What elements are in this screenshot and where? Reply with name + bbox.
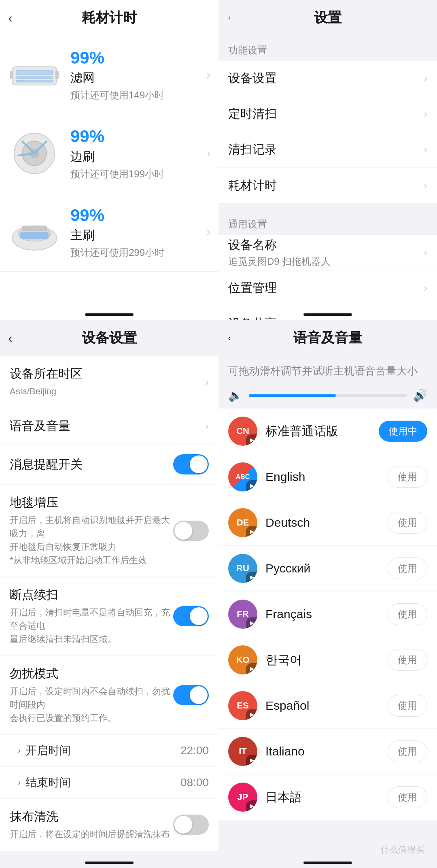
lang-icon-it: IT ▶ [228, 737, 257, 766]
lang-item-fr[interactable]: FR ▶ Français 使用 [218, 591, 437, 637]
settings-panel: ‹ 设置 功能设置 设备设置 › 定时清扫 › 清扫记录 › 耗材计时 › 通用… [218, 0, 437, 320]
lang-use-btn-ko[interactable]: 使用 [388, 649, 427, 671]
play-icon-ko: ▶ [246, 663, 257, 674]
main-brush-image [8, 208, 61, 256]
main-brush-name: 主刷 [70, 227, 207, 244]
device-settings-header: ‹ 设备设置 [0, 320, 218, 356]
voice-item[interactable]: 语音及音量 › [0, 408, 218, 445]
notification-item: 消息提醒开关 [0, 445, 218, 485]
lang-item-de[interactable]: DE ▶ Deutsch 使用 [218, 500, 437, 546]
lang-item-en[interactable]: ABC ▶ English 使用 [218, 454, 437, 500]
back-button[interactable]: ‹ [8, 11, 13, 26]
settings-item-location[interactable]: 位置管理 › [218, 270, 437, 306]
settings-item-name[interactable]: 设备名称 追觅灵图D9 扫拖机器人 › [218, 235, 437, 270]
start-time-item[interactable]: › 开启时间 22:00 [0, 735, 218, 767]
lang-code-de: DE [237, 517, 249, 528]
filter-info: 99% 滤网 预计还可使用149小时 [70, 48, 207, 102]
resume-item: 断点续扫 开启后，清扫时电量不足将自动回充，充至合适电量后继续清扫未清扫区域。 [0, 577, 218, 656]
voice-description: 可拖动滑杆调节并试听主机语音音量大小 [218, 356, 437, 382]
voice-back-button[interactable]: ‹ [228, 334, 230, 342]
svg-rect-15 [22, 226, 47, 231]
play-icon-ru: ▶ [246, 572, 257, 583]
side-brush-item[interactable]: 99% 边刷 预计还可使用199小时 › [0, 114, 218, 193]
device-settings-back[interactable]: ‹ [8, 331, 13, 346]
lang-use-btn-cn[interactable]: 使用中 [379, 421, 427, 442]
lang-item-jp[interactable]: JP ▶ 日本語 使用 [218, 774, 437, 820]
side-brush-image [8, 129, 61, 178]
resume-toggle[interactable] [173, 606, 209, 626]
settings-item-consumable[interactable]: 耗材计时 › [218, 168, 437, 203]
notification-toggle[interactable] [173, 454, 209, 474]
lang-name-es: Español [265, 699, 388, 713]
end-time-value: 08:00 [180, 776, 209, 789]
settings-arrow-device: › [424, 72, 427, 85]
device-settings-panel: ‹ 设备设置 设备所在时区 Asia/Beijing › 语音及音量 › [0, 320, 218, 868]
settings-header: ‹ 设置 [218, 0, 437, 36]
lang-item-it[interactable]: IT ▶ Italiano 使用 [218, 729, 437, 774]
settings-item-device[interactable]: 设备设置 › [218, 61, 437, 96]
volume-high-icon: 🔊 [413, 389, 427, 402]
device-settings-list: 设备所在时区 Asia/Beijing › 语音及音量 › 消息提醒开关 [0, 356, 218, 851]
lang-use-btn-fr[interactable]: 使用 [388, 603, 427, 625]
voice-title: 语音及音量 [293, 329, 362, 347]
settings-item-history[interactable]: 清扫记录 › [218, 132, 437, 168]
settings-label-share: 设备共享 [228, 315, 424, 320]
lang-use-btn-es[interactable]: 使用 [388, 695, 427, 717]
lang-name-ko: 한국어 [265, 652, 388, 668]
lang-use-btn-it[interactable]: 使用 [388, 740, 427, 762]
settings-item-schedule[interactable]: 定时清扫 › [218, 96, 437, 132]
dnd-label: 勿扰模式 [10, 666, 173, 682]
lang-use-btn-ru[interactable]: 使用 [388, 557, 427, 579]
lang-use-btn-en[interactable]: 使用 [388, 466, 427, 488]
function-section-header: 功能设置 [218, 36, 437, 61]
svg-rect-1 [16, 70, 53, 75]
lang-icon-jp: JP ▶ [228, 783, 257, 812]
timezone-item[interactable]: 设备所在时区 Asia/Beijing › [0, 356, 218, 408]
settings-back-button[interactable]: ‹ [228, 14, 230, 21]
main-brush-percent: 99% [70, 205, 207, 226]
carpet-desc: 开启后，主机将自动识别地毯并开启最大吸力，离开地毯后自动恢复正常吸力*从非地毯区… [10, 513, 173, 567]
dnd-toggle[interactable] [173, 685, 209, 705]
play-icon-en: ▶ [246, 480, 257, 491]
lang-item-ko[interactable]: KO ▶ 한국어 使用 [218, 637, 437, 683]
lang-name-fr: Français [265, 607, 388, 621]
voice-volume-panel: ‹ 语音及音量 可拖动滑杆调节并试听主机语音音量大小 🔈 🔊 CN ▶ 标准普通… [218, 320, 437, 868]
settings-item-share[interactable]: 设备共享 › [218, 306, 437, 320]
mop-desc: 开启后，将在设定的时间后提醒清洗抹布 [10, 828, 173, 841]
mop-toggle[interactable] [173, 815, 209, 835]
svg-rect-3 [16, 80, 53, 82]
carpet-toggle[interactable] [173, 521, 209, 541]
lang-name-cn: 标准普通话版 [265, 423, 379, 440]
end-time-label: 结束时间 [25, 775, 180, 790]
main-brush-item[interactable]: 99% 主刷 预计还可使用299小时 › [0, 193, 218, 272]
lang-icon-ru: RU ▶ [228, 554, 257, 583]
lang-code-ru: RU [236, 563, 249, 574]
lang-code-fr: FR [237, 609, 248, 619]
end-time-item[interactable]: › 结束时间 08:00 [0, 767, 218, 799]
lang-item-ru[interactable]: RU ▶ Русский 使用 [218, 546, 437, 591]
general-settings-list: 设备名称 追觅灵图D9 扫拖机器人 › 位置管理 › 设备共享 › 智能场景 ›… [218, 235, 437, 320]
voice-arrow: › [205, 420, 209, 432]
main-brush-info: 99% 主刷 预计还可使用299小时 [70, 205, 207, 259]
lang-item-es[interactable]: ES ▶ Español 使用 [218, 683, 437, 729]
voice-info: 语音及音量 [10, 418, 205, 434]
lang-code-ko: KO [236, 655, 250, 665]
general-section-header: 通用设置 [218, 210, 437, 235]
svg-rect-5 [55, 71, 59, 79]
lang-item-cn[interactable]: CN ▶ 标准普通话版 使用中 [218, 408, 437, 454]
lang-code-cn: CN [236, 426, 249, 436]
lang-use-btn-jp[interactable]: 使用 [388, 786, 427, 808]
lang-code-es: ES [237, 700, 248, 711]
play-icon-es: ▶ [246, 709, 257, 720]
play-icon-fr: ▶ [246, 617, 257, 629]
volume-slider-container: 🔈 🔊 [218, 382, 437, 408]
volume-track[interactable] [249, 394, 407, 397]
lang-icon-ko: KO ▶ [228, 645, 257, 674]
settings-arrow-name: › [424, 246, 427, 259]
voice-label: 语音及音量 [10, 418, 205, 434]
lang-use-btn-de[interactable]: 使用 [388, 512, 427, 534]
settings-label-name: 设备名称 [228, 237, 424, 253]
settings-arrow-location: › [424, 282, 427, 294]
main-brush-remain: 预计还可使用299小时 [70, 246, 207, 259]
filter-item[interactable]: 99% 滤网 预计还可使用149小时 › [0, 36, 218, 114]
